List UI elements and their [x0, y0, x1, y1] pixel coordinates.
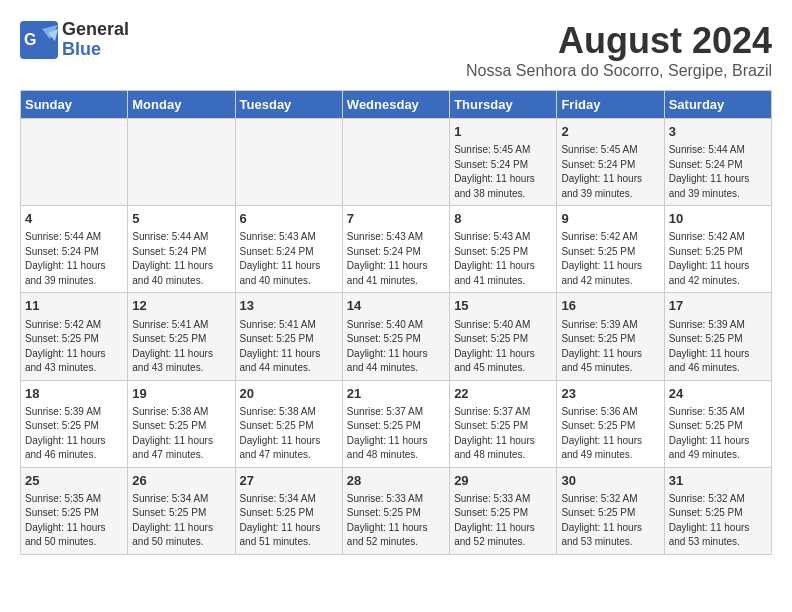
- day-info: Sunrise: 5:40 AM Sunset: 5:25 PM Dayligh…: [347, 318, 445, 376]
- page-header: G General Blue August 2024 Nossa Senhora…: [20, 20, 772, 80]
- calendar-cell: 19Sunrise: 5:38 AM Sunset: 5:25 PM Dayli…: [128, 380, 235, 467]
- day-info: Sunrise: 5:34 AM Sunset: 5:25 PM Dayligh…: [240, 492, 338, 550]
- day-number: 18: [25, 385, 123, 403]
- day-number: 14: [347, 297, 445, 315]
- day-number: 4: [25, 210, 123, 228]
- day-number: 31: [669, 472, 767, 490]
- day-number: 10: [669, 210, 767, 228]
- calendar-cell: 14Sunrise: 5:40 AM Sunset: 5:25 PM Dayli…: [342, 293, 449, 380]
- calendar-cell: 3Sunrise: 5:44 AM Sunset: 5:24 PM Daylig…: [664, 119, 771, 206]
- day-info: Sunrise: 5:37 AM Sunset: 5:25 PM Dayligh…: [454, 405, 552, 463]
- calendar-week-row: 4Sunrise: 5:44 AM Sunset: 5:24 PM Daylig…: [21, 206, 772, 293]
- calendar-cell: 31Sunrise: 5:32 AM Sunset: 5:25 PM Dayli…: [664, 467, 771, 554]
- day-number: 20: [240, 385, 338, 403]
- calendar-cell: 10Sunrise: 5:42 AM Sunset: 5:25 PM Dayli…: [664, 206, 771, 293]
- day-number: 17: [669, 297, 767, 315]
- calendar-cell: 20Sunrise: 5:38 AM Sunset: 5:25 PM Dayli…: [235, 380, 342, 467]
- day-number: 30: [561, 472, 659, 490]
- day-info: Sunrise: 5:44 AM Sunset: 5:24 PM Dayligh…: [25, 230, 123, 288]
- day-number: 9: [561, 210, 659, 228]
- day-info: Sunrise: 5:41 AM Sunset: 5:25 PM Dayligh…: [132, 318, 230, 376]
- calendar-cell: 8Sunrise: 5:43 AM Sunset: 5:25 PM Daylig…: [450, 206, 557, 293]
- calendar-cell: 23Sunrise: 5:36 AM Sunset: 5:25 PM Dayli…: [557, 380, 664, 467]
- calendar-cell: 13Sunrise: 5:41 AM Sunset: 5:25 PM Dayli…: [235, 293, 342, 380]
- day-number: 12: [132, 297, 230, 315]
- calendar-cell: 26Sunrise: 5:34 AM Sunset: 5:25 PM Dayli…: [128, 467, 235, 554]
- calendar-cell: [21, 119, 128, 206]
- calendar-cell: 22Sunrise: 5:37 AM Sunset: 5:25 PM Dayli…: [450, 380, 557, 467]
- day-number: 15: [454, 297, 552, 315]
- day-number: 23: [561, 385, 659, 403]
- calendar-cell: [128, 119, 235, 206]
- day-info: Sunrise: 5:43 AM Sunset: 5:25 PM Dayligh…: [454, 230, 552, 288]
- day-number: 1: [454, 123, 552, 141]
- column-header-saturday: Saturday: [664, 91, 771, 119]
- calendar-cell: 15Sunrise: 5:40 AM Sunset: 5:25 PM Dayli…: [450, 293, 557, 380]
- day-number: 27: [240, 472, 338, 490]
- day-number: 22: [454, 385, 552, 403]
- column-header-thursday: Thursday: [450, 91, 557, 119]
- logo-text-blue: Blue: [62, 40, 129, 60]
- calendar-cell: 4Sunrise: 5:44 AM Sunset: 5:24 PM Daylig…: [21, 206, 128, 293]
- svg-text:G: G: [24, 31, 36, 48]
- calendar-cell: 12Sunrise: 5:41 AM Sunset: 5:25 PM Dayli…: [128, 293, 235, 380]
- calendar-week-row: 18Sunrise: 5:39 AM Sunset: 5:25 PM Dayli…: [21, 380, 772, 467]
- day-number: 29: [454, 472, 552, 490]
- day-info: Sunrise: 5:42 AM Sunset: 5:25 PM Dayligh…: [669, 230, 767, 288]
- day-info: Sunrise: 5:39 AM Sunset: 5:25 PM Dayligh…: [561, 318, 659, 376]
- day-number: 7: [347, 210, 445, 228]
- day-number: 11: [25, 297, 123, 315]
- day-info: Sunrise: 5:35 AM Sunset: 5:25 PM Dayligh…: [669, 405, 767, 463]
- calendar-cell: 11Sunrise: 5:42 AM Sunset: 5:25 PM Dayli…: [21, 293, 128, 380]
- calendar-cell: 16Sunrise: 5:39 AM Sunset: 5:25 PM Dayli…: [557, 293, 664, 380]
- day-number: 13: [240, 297, 338, 315]
- logo-text-general: General: [62, 20, 129, 40]
- day-info: Sunrise: 5:37 AM Sunset: 5:25 PM Dayligh…: [347, 405, 445, 463]
- day-number: 8: [454, 210, 552, 228]
- day-number: 6: [240, 210, 338, 228]
- day-info: Sunrise: 5:39 AM Sunset: 5:25 PM Dayligh…: [669, 318, 767, 376]
- calendar-cell: [342, 119, 449, 206]
- calendar-table: SundayMondayTuesdayWednesdayThursdayFrid…: [20, 90, 772, 555]
- day-info: Sunrise: 5:45 AM Sunset: 5:24 PM Dayligh…: [454, 143, 552, 201]
- calendar-cell: 1Sunrise: 5:45 AM Sunset: 5:24 PM Daylig…: [450, 119, 557, 206]
- day-info: Sunrise: 5:42 AM Sunset: 5:25 PM Dayligh…: [25, 318, 123, 376]
- calendar-cell: 2Sunrise: 5:45 AM Sunset: 5:24 PM Daylig…: [557, 119, 664, 206]
- calendar-header-row: SundayMondayTuesdayWednesdayThursdayFrid…: [21, 91, 772, 119]
- calendar-cell: 29Sunrise: 5:33 AM Sunset: 5:25 PM Dayli…: [450, 467, 557, 554]
- calendar-cell: 27Sunrise: 5:34 AM Sunset: 5:25 PM Dayli…: [235, 467, 342, 554]
- day-info: Sunrise: 5:35 AM Sunset: 5:25 PM Dayligh…: [25, 492, 123, 550]
- day-number: 28: [347, 472, 445, 490]
- calendar-cell: 9Sunrise: 5:42 AM Sunset: 5:25 PM Daylig…: [557, 206, 664, 293]
- day-info: Sunrise: 5:32 AM Sunset: 5:25 PM Dayligh…: [669, 492, 767, 550]
- day-info: Sunrise: 5:33 AM Sunset: 5:25 PM Dayligh…: [454, 492, 552, 550]
- column-header-monday: Monday: [128, 91, 235, 119]
- day-number: 25: [25, 472, 123, 490]
- day-number: 26: [132, 472, 230, 490]
- column-header-sunday: Sunday: [21, 91, 128, 119]
- logo: G General Blue: [20, 20, 129, 60]
- logo-icon: G: [20, 21, 58, 59]
- day-number: 19: [132, 385, 230, 403]
- calendar-cell: 25Sunrise: 5:35 AM Sunset: 5:25 PM Dayli…: [21, 467, 128, 554]
- day-info: Sunrise: 5:45 AM Sunset: 5:24 PM Dayligh…: [561, 143, 659, 201]
- day-number: 21: [347, 385, 445, 403]
- day-number: 5: [132, 210, 230, 228]
- calendar-week-row: 25Sunrise: 5:35 AM Sunset: 5:25 PM Dayli…: [21, 467, 772, 554]
- day-info: Sunrise: 5:34 AM Sunset: 5:25 PM Dayligh…: [132, 492, 230, 550]
- day-info: Sunrise: 5:44 AM Sunset: 5:24 PM Dayligh…: [132, 230, 230, 288]
- day-info: Sunrise: 5:33 AM Sunset: 5:25 PM Dayligh…: [347, 492, 445, 550]
- calendar-cell: 17Sunrise: 5:39 AM Sunset: 5:25 PM Dayli…: [664, 293, 771, 380]
- day-info: Sunrise: 5:42 AM Sunset: 5:25 PM Dayligh…: [561, 230, 659, 288]
- calendar-week-row: 1Sunrise: 5:45 AM Sunset: 5:24 PM Daylig…: [21, 119, 772, 206]
- day-info: Sunrise: 5:38 AM Sunset: 5:25 PM Dayligh…: [240, 405, 338, 463]
- day-info: Sunrise: 5:44 AM Sunset: 5:24 PM Dayligh…: [669, 143, 767, 201]
- day-info: Sunrise: 5:40 AM Sunset: 5:25 PM Dayligh…: [454, 318, 552, 376]
- calendar-cell: 6Sunrise: 5:43 AM Sunset: 5:24 PM Daylig…: [235, 206, 342, 293]
- calendar-cell: 28Sunrise: 5:33 AM Sunset: 5:25 PM Dayli…: [342, 467, 449, 554]
- location: Nossa Senhora do Socorro, Sergipe, Brazi…: [466, 62, 772, 80]
- day-number: 3: [669, 123, 767, 141]
- calendar-cell: 7Sunrise: 5:43 AM Sunset: 5:24 PM Daylig…: [342, 206, 449, 293]
- column-header-wednesday: Wednesday: [342, 91, 449, 119]
- calendar-week-row: 11Sunrise: 5:42 AM Sunset: 5:25 PM Dayli…: [21, 293, 772, 380]
